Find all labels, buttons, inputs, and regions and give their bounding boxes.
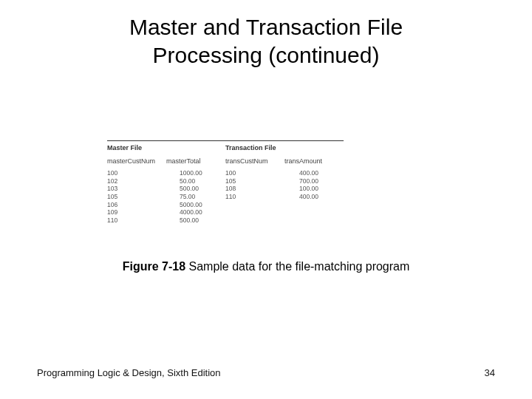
figure-7-18: Master File Transaction File masterCustN… [107, 140, 344, 224]
cell: 500.00 [166, 185, 225, 193]
cell: 1000.00 [166, 169, 225, 177]
cell: 5000.00 [166, 201, 225, 209]
cell: 400.00 [284, 193, 344, 201]
slide: Master and Transaction File Processing (… [0, 0, 532, 399]
title-line-2: Processing (continued) [153, 43, 380, 67]
col-header: transCustNum [225, 157, 284, 165]
col-master-total: masterTotal 1000.00 50.00 500.00 75.00 5… [166, 157, 225, 224]
cell: 108 [225, 185, 284, 193]
cell: 105 [107, 193, 166, 201]
cell: 50.00 [166, 177, 225, 185]
footer-page-number: 34 [485, 367, 495, 378]
cell: 100 [225, 169, 284, 177]
col-master-cust-num: masterCustNum 100 102 103 105 106 109 11… [107, 157, 166, 224]
cell: 102 [107, 177, 166, 185]
cell: 400.00 [284, 169, 344, 177]
cell: 109 [107, 208, 166, 216]
col-header: masterTotal [166, 157, 225, 165]
master-file-header: Master File [107, 144, 225, 151]
cell: 100.00 [284, 185, 344, 193]
figure-caption-text: Sample data for the file-matching progra… [185, 260, 409, 273]
figure-columns: masterCustNum 100 102 103 105 106 109 11… [107, 157, 344, 224]
title-line-1: Master and Transaction File [129, 15, 403, 39]
cell: 100 [107, 169, 166, 177]
col-header: transAmount [284, 157, 344, 165]
cell: 103 [107, 185, 166, 193]
slide-title: Master and Transaction File Processing (… [0, 0, 532, 69]
col-header: masterCustNum [107, 157, 166, 165]
figure-caption: Figure 7-18 Sample data for the file-mat… [0, 260, 532, 273]
cell: 110 [225, 193, 284, 201]
footer-book-title: Programming Logic & Design, Sixth Editio… [37, 367, 221, 378]
col-trans-amount: transAmount 400.00 700.00 100.00 400.00 [284, 157, 344, 224]
figure-number: Figure 7-18 [123, 260, 185, 273]
cell: 75.00 [166, 193, 225, 201]
cell: 500.00 [166, 216, 225, 225]
cell: 106 [107, 201, 166, 209]
figure-rule [107, 140, 344, 141]
cell: 110 [107, 216, 166, 225]
figure-section-headers: Master File Transaction File [107, 144, 344, 151]
cell: 105 [225, 177, 284, 185]
col-trans-cust-num: transCustNum 100 105 108 110 [225, 157, 284, 224]
cell: 4000.00 [166, 208, 225, 216]
cell: 700.00 [284, 177, 344, 185]
transaction-file-header: Transaction File [225, 144, 344, 151]
